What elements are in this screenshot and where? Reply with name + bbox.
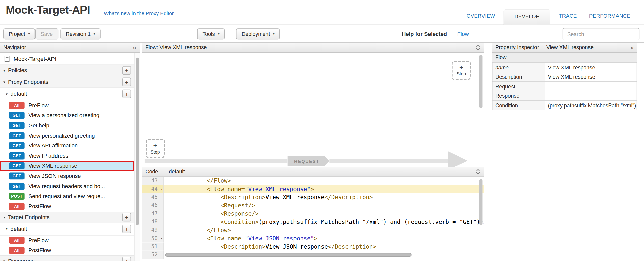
target-flow-item-postflow[interactable]: All PostFlow xyxy=(0,245,134,255)
collapse-right-icon[interactable]: » xyxy=(630,44,634,50)
code-line[interactable]: 47 <Response/> xyxy=(142,210,484,218)
flow-item[interactable]: GET View a personalized greeting xyxy=(0,110,134,120)
line-number: 47 xyxy=(142,210,164,218)
tree-collapse-icon: ▾ xyxy=(3,259,5,261)
help-selected-flow-link[interactable]: Flow xyxy=(457,31,469,37)
add-step-button-request[interactable]: + Step xyxy=(452,61,471,80)
whats-new-link[interactable]: What's new in the Proxy Editor xyxy=(104,11,174,16)
property-value-condition[interactable]: (proxy.pathsuffix MatchesPath "/xml") an… xyxy=(545,100,637,110)
deployment-menu-button[interactable]: Deployment ▾ xyxy=(236,28,280,39)
code-horizontal-scrollbar-thumb[interactable] xyxy=(165,253,412,257)
search-input[interactable] xyxy=(563,28,639,40)
property-label: Request xyxy=(492,82,545,91)
line-number: 49 xyxy=(142,226,164,234)
collapse-panel-icon[interactable] xyxy=(476,45,481,50)
request-arrowhead-icon xyxy=(448,151,467,167)
add-target-endpoint-button[interactable]: + xyxy=(122,213,131,221)
flow-canvas-scrollbar-thumb[interactable] xyxy=(479,55,482,108)
flow-item[interactable]: POST Send request and view reque... xyxy=(0,191,134,201)
plus-icon: + xyxy=(153,142,157,149)
navigator-header: Navigator « xyxy=(0,43,140,53)
property-value-response[interactable] xyxy=(545,91,637,100)
line-number: 51 xyxy=(142,242,164,251)
table-row: Request xyxy=(492,82,637,91)
target-endpoint-default[interactable]: ▾ default + xyxy=(0,223,134,235)
method-badge: GET xyxy=(9,152,25,159)
save-button[interactable]: Save xyxy=(35,28,58,39)
tree-collapse-icon: ▾ xyxy=(3,68,5,72)
flow-item[interactable]: GET View API affirmation xyxy=(0,141,134,151)
flow-item[interactable]: GET View request headers and bo... xyxy=(0,181,134,191)
section-policies[interactable]: ▾ Policies + xyxy=(0,65,134,76)
line-number: 45 xyxy=(142,193,164,201)
project-menu-button[interactable]: Project ▾ xyxy=(3,28,35,39)
fold-icon[interactable]: ▾ xyxy=(161,185,163,193)
target-flow-item-preflow[interactable]: All PreFlow xyxy=(0,235,134,245)
method-badge: GET xyxy=(9,142,25,149)
code-line[interactable]: 50▾ <Flow name="View JSON response"> xyxy=(142,234,484,243)
add-policy-button[interactable]: + xyxy=(122,66,131,75)
add-resource-button[interactable]: + xyxy=(122,257,131,261)
add-target-flow-button[interactable]: + xyxy=(122,225,131,233)
navigator-scrollbar-track[interactable] xyxy=(134,53,140,261)
flow-diagram-canvas[interactable]: + Step REQUEST RESPONSE + Step xyxy=(142,53,484,167)
section-target-endpoints[interactable]: ▾ Target Endpoints + xyxy=(0,211,134,223)
tab-develop[interactable]: DEVELOP xyxy=(504,9,550,25)
table-row: Description View XML response xyxy=(492,72,637,82)
navigator-scrollbar-thumb[interactable] xyxy=(136,58,139,225)
section-proxy-endpoints[interactable]: ▾ Proxy Endpoints + xyxy=(0,76,134,88)
code-line-active[interactable]: 44▾ <Flow name="View XML response"> xyxy=(142,185,484,193)
property-value-description[interactable]: View XML response xyxy=(545,72,637,82)
method-badge: GET xyxy=(9,112,25,119)
code-endpoint-name: default xyxy=(169,168,185,174)
flow-item-preflow[interactable]: All PreFlow xyxy=(0,100,134,110)
add-proxy-endpoint-button[interactable]: + xyxy=(122,78,131,86)
code-line[interactable]: 51 <Description>View JSON response</Desc… xyxy=(142,242,484,251)
revision-menu-button[interactable]: Revision 1 ▾ xyxy=(60,28,100,39)
tab-performance[interactable]: PERFORMANCE xyxy=(583,13,636,25)
flow-item-selected[interactable]: GET View XML response xyxy=(0,161,134,171)
code-line[interactable]: 48 <Condition>(proxy.pathsuffix MatchesP… xyxy=(142,218,484,226)
line-number: 43 xyxy=(142,177,164,185)
code-vertical-scrollbar-thumb[interactable] xyxy=(479,179,482,225)
code-editor[interactable]: 43 </Flow> 44▾ <Flow name="View XML resp… xyxy=(142,177,484,261)
property-value-request[interactable] xyxy=(545,82,637,91)
code-line[interactable]: 49 </Flow> xyxy=(142,226,484,234)
expand-panel-icon[interactable] xyxy=(476,169,481,174)
tab-overview[interactable]: OVERVIEW xyxy=(460,13,501,25)
line-number: 52 xyxy=(142,251,164,259)
table-row: Response xyxy=(492,91,637,100)
tree-collapse-icon: ▾ xyxy=(6,92,8,96)
document-icon xyxy=(4,55,10,62)
bundle-root-item[interactable]: Mock-Target-API xyxy=(0,53,134,65)
code-line[interactable]: 43 </Flow> xyxy=(142,177,484,185)
property-inspector-title: Property Inspector xyxy=(495,44,539,50)
method-badge: POST xyxy=(9,193,25,200)
flow-panel-header: Flow: View XML response xyxy=(142,43,484,53)
proxy-endpoint-default[interactable]: ▾ default + xyxy=(0,88,134,100)
add-step-button-response[interactable]: + Step xyxy=(146,139,165,158)
tools-menu-button[interactable]: Tools ▾ xyxy=(197,28,225,39)
page-title: Mock-Target-API xyxy=(6,4,90,16)
section-resources-clipped[interactable]: ▾ Resources + xyxy=(0,255,134,261)
apigee-proxy-editor: Mock-Target-API What's new in the Proxy … xyxy=(0,0,644,261)
caret-down-icon: ▾ xyxy=(218,32,220,36)
fold-icon[interactable]: ▾ xyxy=(161,234,163,242)
collapse-left-icon[interactable]: « xyxy=(133,44,137,50)
property-value-name[interactable]: View XML response xyxy=(545,63,637,72)
flow-item[interactable]: GET View personalized greeting xyxy=(0,130,134,141)
flow-item-postflow[interactable]: All PostFlow xyxy=(0,201,134,211)
code-line[interactable]: 46 <Request/> xyxy=(142,201,484,210)
property-label: name xyxy=(492,63,545,72)
flow-item[interactable]: GET View JSON response xyxy=(0,171,134,181)
method-badge: All xyxy=(9,237,25,244)
add-flow-button[interactable]: + xyxy=(122,90,131,98)
tab-trace[interactable]: TRACE xyxy=(553,13,583,25)
navigator-tree: Mock-Target-API ▾ Policies + ▾ Proxy End… xyxy=(0,53,134,261)
caret-down-icon: ▾ xyxy=(28,32,30,36)
request-flow-line xyxy=(329,159,448,163)
line-number: 44▾ xyxy=(142,185,164,193)
flow-item[interactable]: GET Get help xyxy=(0,120,134,130)
flow-item[interactable]: GET View IP address xyxy=(0,151,134,161)
code-line[interactable]: 45 <Description>View XML response</Descr… xyxy=(142,193,484,201)
